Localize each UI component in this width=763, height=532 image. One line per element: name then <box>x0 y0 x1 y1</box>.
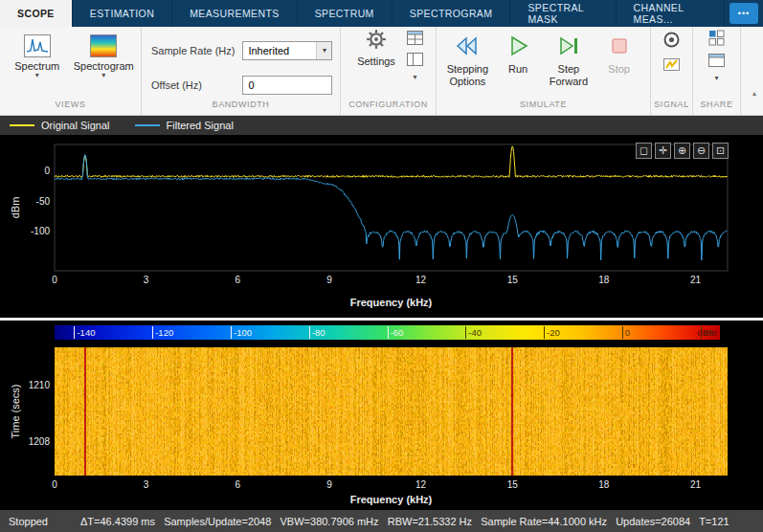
spectrogram-view-button[interactable]: Spectrogram ▾ <box>73 33 136 79</box>
spectrogram-ylabel: Time (secs) <box>10 384 21 438</box>
x-tick-label: 3 <box>137 275 156 285</box>
apps-grid-icon[interactable] <box>708 30 725 50</box>
stop-button[interactable]: Stop <box>594 33 644 89</box>
toolbar-section-views: Spectrum ▾ Spectrogram ▾ VIEWS <box>0 27 142 115</box>
tab-strip: SCOPEESTIMATIONMEASUREMENTSSPECTRUMSPECT… <box>0 0 725 27</box>
y-tick-label: 0 <box>21 166 50 176</box>
spectrogram-view-icon <box>90 34 117 57</box>
status-state: Stopped <box>0 516 80 527</box>
stepping-options-button[interactable]: Stepping Options <box>442 33 493 89</box>
export-window-icon[interactable] <box>708 54 725 71</box>
legend-line-swatch <box>135 124 160 126</box>
tab-spectrogram[interactable]: SPECTROGRAM <box>393 0 511 27</box>
spectrum-analyzer-window: SCOPEESTIMATIONMEASUREMENTSSPECTRUMSPECT… <box>0 0 763 532</box>
colorbar-tick-label: -120 <box>152 326 173 339</box>
plot-toolbar: ◻✛⊕⊖⊡ <box>636 143 729 159</box>
views-section-label: VIEWS <box>0 100 141 115</box>
bandwidth-section-label: BANDWIDTH <box>142 100 340 115</box>
toolbar-section-share: ▾ SHARE <box>693 27 741 115</box>
x-tick-label: 12 <box>412 479 431 490</box>
spectrum-ylabel: dBm <box>10 197 21 219</box>
gear-icon <box>366 29 387 54</box>
trigger-icon[interactable] <box>663 57 680 76</box>
x-tick-label: 9 <box>320 479 339 490</box>
spectrogram-plot[interactable] <box>55 347 728 476</box>
tab-spectrum[interactable]: SPECTRUM <box>298 0 393 27</box>
spectrogram-settings-icon[interactable] <box>407 31 423 49</box>
y-tick-label: -100 <box>21 226 50 236</box>
colorbar-tick-label: -60 <box>388 326 404 339</box>
spectrum-view-button[interactable]: Spectrum ▾ <box>6 33 69 79</box>
chevron-down-icon: ▾ <box>35 72 39 79</box>
spectrum-xlabel: Frequency (kHz) <box>55 297 728 308</box>
sample-rate-combobox[interactable]: Inherited ▾ <box>242 41 332 60</box>
offset-label: Offset (Hz) <box>151 79 235 91</box>
stepping-options-label: Stepping Options <box>442 63 493 89</box>
simulate-section-label: SIMULATE <box>437 100 650 115</box>
x-tick-label: 15 <box>503 275 522 285</box>
x-tick-label: 0 <box>45 479 64 490</box>
chevron-down-icon[interactable]: ▾ <box>413 74 416 81</box>
colorbar: -140-120-100-80-60-40-20020dBm <box>55 325 720 340</box>
sample-rate-value: Inherited <box>248 45 289 56</box>
collapse-toolstrip-icon[interactable]: ▴ <box>752 89 756 98</box>
settings-button[interactable]: Settings <box>353 29 399 67</box>
legend-bar: Original SignalFiltered Signal <box>0 116 763 135</box>
spectrum-panel: dBm Frequency (kHz) ◻✛⊕⊖⊡ 0369121518210-… <box>0 135 763 318</box>
zoom-to-data-icon[interactable]: ◻ <box>636 143 652 159</box>
tab-overflow-button[interactable]: ••• <box>729 3 758 24</box>
tab-spectral-mask[interactable]: SPECTRAL MASK <box>510 0 616 27</box>
step-forward-label: Step Forward <box>544 63 595 89</box>
spectrum-view-icon <box>24 34 51 57</box>
chevron-down-icon[interactable]: ▾ <box>316 42 331 59</box>
x-tick-label: 12 <box>412 275 431 285</box>
toolbar: Spectrum ▾ Spectrogram ▾ VIEWS Sample Ra… <box>0 27 763 116</box>
x-tick-label: 6 <box>228 479 247 490</box>
legend-item: Original Signal <box>10 120 110 131</box>
x-tick-label: 15 <box>503 479 522 490</box>
spectrum-plot[interactable] <box>0 135 763 318</box>
colorbar-tick-label: -40 <box>465 326 482 339</box>
zoom-in-icon[interactable]: ⊕ <box>674 143 690 159</box>
fit-to-view-icon[interactable]: ⊡ <box>712 143 729 159</box>
x-tick-label: 3 <box>137 479 156 490</box>
layout-icon[interactable] <box>407 53 423 70</box>
y-tick-label: 1208 <box>21 436 50 447</box>
x-tick-label: 6 <box>228 275 247 285</box>
x-tick-label: 9 <box>320 275 339 285</box>
step-forward-button[interactable]: Step Forward <box>544 33 595 89</box>
record-target-icon[interactable] <box>662 31 681 53</box>
tab-bar: SCOPEESTIMATIONMEASUREMENTSSPECTRUMSPECT… <box>0 0 763 27</box>
tab-channel-meas[interactable]: CHANNEL MEAS... <box>617 0 725 27</box>
x-tick-label: 18 <box>595 275 614 285</box>
offset-input[interactable] <box>242 76 332 95</box>
tab-estimation[interactable]: ESTIMATION <box>73 0 172 27</box>
stepping-options-icon <box>456 34 479 61</box>
tab-scope[interactable]: SCOPE <box>0 0 73 27</box>
step-forward-icon <box>557 34 580 61</box>
spectrogram-panel: -140-120-100-80-60-40-20020dBm Time (sec… <box>0 321 763 510</box>
chevron-down-icon[interactable]: ▾ <box>714 75 718 82</box>
pan-icon[interactable]: ✛ <box>655 143 671 159</box>
x-tick-label: 0 <box>45 275 64 285</box>
x-tick-label: 21 <box>686 479 706 490</box>
legend-line-swatch <box>10 124 34 126</box>
run-icon <box>506 34 529 61</box>
colorbar-tick-label: 0 <box>622 326 630 339</box>
colorbar-tick-label: -100 <box>231 326 252 339</box>
original-signal-trace <box>55 146 728 177</box>
tab-measurements[interactable]: MEASUREMENTS <box>172 0 297 27</box>
run-label: Run <box>508 63 527 89</box>
run-button[interactable]: Run <box>493 33 544 89</box>
zoom-out-icon[interactable]: ⊖ <box>693 143 709 159</box>
stop-icon <box>608 34 631 61</box>
colorbar-unit-label: dBm <box>697 326 717 339</box>
sample-rate-label: Sample Rate (Hz) <box>151 45 235 56</box>
x-tick-label: 21 <box>686 275 706 285</box>
status-stats: ΔT=46.4399 ms Samples/Update=2048 VBW=38… <box>80 516 763 527</box>
colorbar-tick-label: -80 <box>309 326 325 339</box>
share-section-label: SHARE <box>693 100 740 115</box>
signal-section-label: SIGNAL <box>651 100 692 115</box>
y-tick-label: -50 <box>21 196 50 207</box>
stop-label: Stop <box>608 63 630 89</box>
